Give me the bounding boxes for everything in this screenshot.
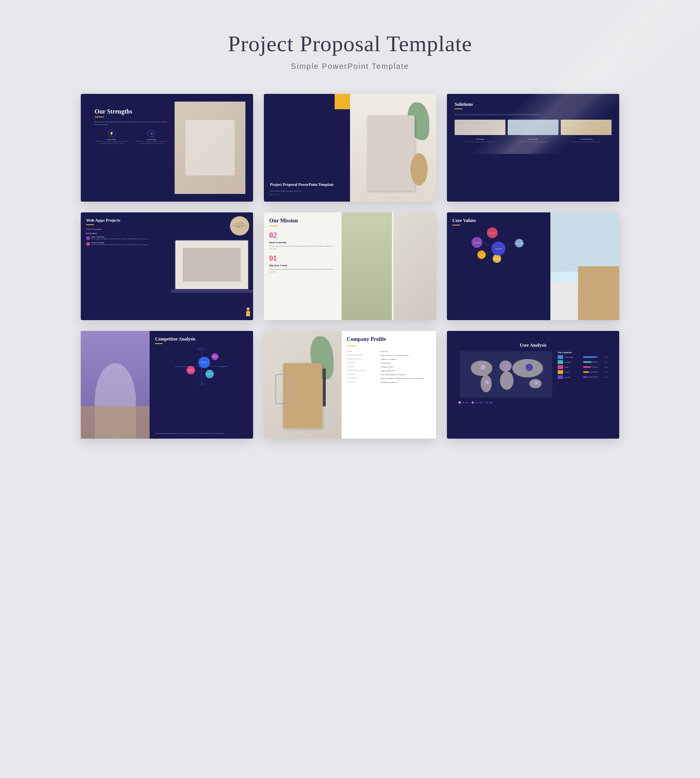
solutions-desc: The best and most beautiful things in th… [455,113,612,116]
competitor-quote: The best and most beautiful things in th… [155,432,248,435]
profile-key-2: Business Location [347,358,378,361]
profile-val-0: John Doe [381,350,388,353]
flag-us [558,355,563,359]
slide-useranalysis[interactable]: User Analysis [447,331,619,439]
user-main: 500 - 1000 1000 - 5000 5000+ [458,351,608,404]
axis-label-high-quality: High Quality [197,348,205,350]
slide-cover[interactable]: Project Proposal PowerPoint Template Ent… [264,94,436,202]
core-right-image [550,212,619,320]
profile-row-7: Future Projects Brief description to the… [347,377,431,380]
pct-0: 15.7% [600,356,608,358]
profile-val-7: Brief description to the perspective of … [381,377,425,380]
profile-val-3: Incorporated [381,362,391,364]
mission-layout: Our Mission 02 Deep Learning Please writ… [264,212,436,320]
webapps-right: DEVELOPER PRESENTATION DECK TEMPLATE [170,212,253,320]
user-row-1: Germany 8.5% [558,360,608,364]
profile-row-5: Start of Business activity August 14th, … [347,369,431,372]
legend-dot-3 [486,401,488,404]
user-row-4: Sweden 3.4% [558,375,608,379]
profile-key-7: Future Projects [347,377,378,380]
profile-image [264,331,342,439]
profile-key-8: Contact Us [347,381,378,384]
slide-competitor[interactable]: Competitor Analysis High Quality Low Qua… [81,331,253,439]
competitor-left [81,331,150,439]
pen-shape [323,369,326,406]
technology-icon-circle: ⚙ [148,130,155,137]
slide-page-1: 1 [249,197,250,199]
svg-point-16 [505,377,509,381]
beige-circle: DEVELOPER PRESENTATION DECK TEMPLATE [230,216,249,235]
country-4: Sweden [565,376,582,378]
mission-item-title-1: Big Data Cloud [269,264,336,267]
laptop-base [171,290,253,293]
mission-photo-2 [393,212,436,320]
competitor-right: Competitor Analysis High Quality Low Qua… [150,331,253,439]
profile-image-items [264,331,342,439]
profile-right: Company Profile Founder John Doe Foundin… [342,331,436,439]
world-map-svg [458,351,554,397]
legend-item-3: 5000+ [486,401,493,404]
profile-val-1: Short sentence to your business idea [381,354,409,357]
strengths-line [95,117,104,117]
profile-row-1: Founding Proposals Short sentence to you… [347,354,431,357]
svg-point-17 [535,381,538,384]
page-container: Project Proposal Template Simple PowerPo… [0,0,700,469]
solutions-images [455,120,612,135]
person-figure [245,307,251,318]
solutions-line [455,109,462,109]
slide-profile[interactable]: Company Profile Founder John Doe Foundin… [264,331,436,439]
strength-technology: ⚙ Technology Please write a description … [135,130,168,144]
bar-bg-4 [583,376,598,378]
competitor-title: Competitor Analysis [155,336,248,342]
slide-strengths[interactable]: Our Strengths The best and most beautifu… [81,94,253,202]
webapps-line [86,224,94,225]
solution-desc-1: Please write a description of your conte… [455,141,505,143]
legend-dot-2 [472,401,474,404]
profile-row-3: Legal Form Incorporated [347,362,431,364]
solution-desc-2: Please write a description of your conte… [508,141,558,143]
cover-image [350,94,436,202]
profile-image-area [264,331,342,439]
laptop-container [175,240,249,293]
solution-label-3: Communication [561,138,612,140]
innovation-icon: 💡 [110,132,113,135]
user-legend: 500 - 1000 1000 - 5000 5000+ [458,401,554,404]
strengths-layout: Our Strengths The best and most beautifu… [88,102,245,194]
competitor-chart: High Quality Low Quality Low Price High … [175,347,228,386]
slide-corevalues[interactable]: Core Values [447,212,619,320]
desk-image-inner [185,120,235,175]
cover-date: March 22, 2022 [270,194,344,195]
paperclip-shape [275,374,289,404]
mission-item-2: 02 Deep Learning Please write a descript… [269,231,336,250]
core-node-5: Communication [515,239,523,247]
comp-dot-c: C Competitor [212,353,218,360]
cover-yellow-corner [335,94,350,109]
profile-key-5: Start of Business activity [347,369,378,372]
flag-jp [558,365,563,369]
notebook-shape [367,115,415,191]
user-title: User Analysis [458,342,608,348]
user-layout: User Analysis [455,339,612,431]
arch-floor [81,406,150,439]
person-head [247,307,250,311]
profile-key-0: Founder [347,350,378,353]
core-title: Core Values [452,218,545,224]
svg-point-12 [481,365,486,370]
core-diagram: Innovation Innovation Technology Passion [475,229,522,268]
coffee-circle [410,153,428,185]
slide-solutions[interactable]: Solutions The best and most beautiful th… [447,94,619,202]
legend-item-1: 500 - 1000 [458,401,468,404]
cover-layout: Project Proposal PowerPoint Template Ent… [264,94,436,202]
pct-4: 3.4% [600,376,608,378]
laptop-screen-inner [175,240,248,289]
feature-desc-1: Please write a description of your conte… [92,238,149,240]
solution-item-3: Communication Please write a description… [561,138,612,143]
country-1: Germany [565,361,582,363]
arch-image [81,331,150,439]
mission-photo-1 [342,212,392,320]
svg-point-15 [485,380,489,384]
slide-mission[interactable]: Our Mission 02 Deep Learning Please writ… [264,212,436,320]
solution-image-3 [561,120,612,135]
slide-webapps[interactable]: Web Apps Projects Client: A Company Key … [81,212,253,320]
user-map-area: 500 - 1000 1000 - 5000 5000+ [458,351,554,404]
